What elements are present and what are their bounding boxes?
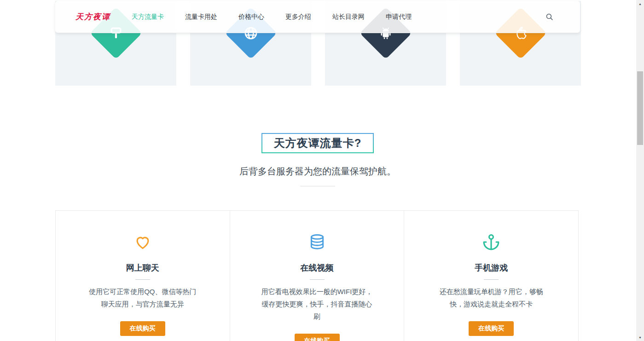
site-logo[interactable]: 天方夜谭 <box>75 12 110 22</box>
feature-col-video: 在线视频 用它看电视效果比一般的WIFI更好， 缓存更快更爽，快手，抖音直播随心… <box>230 211 404 341</box>
buy-online-button[interactable]: 在线购买 <box>120 321 165 336</box>
intro-title: 天方夜谭流量卡? <box>274 136 362 150</box>
heart-icon <box>56 233 230 251</box>
nav-item-more-info[interactable]: 更多介绍 <box>285 13 311 21</box>
anchor-icon <box>404 233 578 251</box>
feature-divider <box>135 279 150 280</box>
feature-description: 使用它可正常使用QQ、微信等热门 聊天应用，与官方流量无异 <box>56 285 230 310</box>
intro-subtitle: 后背多台服务器为您的流量保驾护航。 <box>157 165 479 178</box>
navbar: 天方夜谭 天方流量卡 流量卡用处 价格中心 更多介绍 站长目录网 申请代理 <box>55 1 580 33</box>
intro-title-box: 天方夜谭流量卡? <box>261 133 374 153</box>
database-icon <box>230 233 404 251</box>
buy-online-button[interactable]: 在线购买 <box>295 334 340 341</box>
nav-item-apply-agent[interactable]: 申请代理 <box>386 13 412 21</box>
search-icon[interactable] <box>545 13 553 21</box>
nav-item-traffic-card[interactable]: 天方流量卡 <box>132 13 164 21</box>
feature-divider <box>310 279 325 280</box>
feature-col-chat: 网上聊天 使用它可正常使用QQ、微信等热门 聊天应用，与官方流量无异 在线购买 <box>56 211 230 341</box>
intro-divider <box>300 186 335 186</box>
buy-online-button[interactable]: 在线购买 <box>469 321 514 336</box>
nav-item-pricing[interactable]: 价格中心 <box>238 13 264 21</box>
nav-item-card-usage[interactable]: 流量卡用处 <box>185 13 217 21</box>
scrollbar[interactable]: ▲ ▼ <box>636 0 644 341</box>
feature-col-games: 手机游戏 还在愁流量玩单机游？用它，够畅 快，游戏说走就走全程不卡 在线购买 <box>404 211 578 341</box>
scrollbar-up-arrow[interactable]: ▲ <box>636 0 644 7</box>
features-section: 网上聊天 使用它可正常使用QQ、微信等热门 聊天应用，与官方流量无异 在线购买 … <box>55 210 579 341</box>
page: 天方夜谭 天方流量卡 流量卡用处 价格中心 更多介绍 站长目录网 申请代理 天方… <box>0 0 644 341</box>
feature-title: 在线视频 <box>230 262 404 273</box>
scrollbar-down-arrow[interactable]: ▼ <box>636 334 644 341</box>
scrollbar-thumb[interactable] <box>637 71 643 145</box>
feature-title: 手机游戏 <box>404 262 578 273</box>
feature-description: 还在愁流量玩单机游？用它，够畅 快，游戏说走就走全程不卡 <box>404 285 578 310</box>
feature-divider <box>484 279 499 280</box>
feature-title: 网上聊天 <box>56 262 230 273</box>
feature-description: 用它看电视效果比一般的WIFI更好， 缓存更快更爽，快手，抖音直播随心 刷 <box>230 285 404 323</box>
nav-item-directory[interactable]: 站长目录网 <box>332 13 365 21</box>
